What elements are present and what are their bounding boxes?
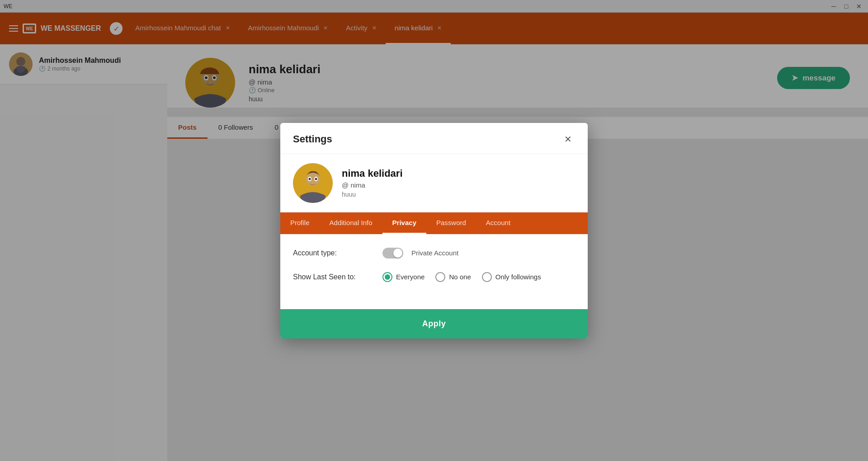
tab-settings-profile-label: Profile [290, 219, 310, 226]
apply-button[interactable]: Apply [280, 309, 588, 339]
modal-user-details: nima kelidari @ nima huuu [342, 168, 403, 198]
account-type-label: Account type: [293, 249, 374, 257]
show-last-seen-row: Show Last Seen to: Everyone No one [293, 272, 575, 282]
radio-options: Everyone No one Only followings [382, 272, 541, 282]
modal-user-section: nima kelidari @ nima huuu [280, 154, 588, 212]
tab-settings-privacy-label: Privacy [392, 219, 416, 226]
account-type-description: Private Account [411, 249, 458, 257]
radio-no-one[interactable]: No one [435, 272, 471, 282]
tab-settings-password-label: Password [436, 219, 466, 226]
radio-only-followings-label: Only followings [495, 273, 541, 281]
radio-everyone[interactable]: Everyone [382, 272, 425, 282]
modal-overlay: Settings ✕ nima kelid [0, 0, 868, 461]
svg-point-15 [309, 178, 311, 180]
toggle-knob [393, 249, 402, 258]
account-type-toggle[interactable] [382, 248, 403, 259]
tab-settings-password[interactable]: Password [426, 212, 476, 234]
tab-settings-profile[interactable]: Profile [280, 212, 320, 234]
tab-settings-privacy[interactable]: Privacy [382, 212, 426, 234]
settings-content: Account type: Private Account Show Last … [280, 234, 588, 309]
modal-title: Settings [293, 133, 332, 145]
radio-no-one-label: No one [449, 273, 471, 281]
tab-settings-account[interactable]: Account [476, 212, 520, 234]
modal-avatar [293, 163, 333, 203]
svg-point-16 [315, 178, 317, 180]
modal-user-bio: huuu [342, 191, 403, 198]
radio-no-one-circle [435, 272, 445, 282]
radio-only-followings[interactable]: Only followings [482, 272, 541, 282]
radio-everyone-label: Everyone [396, 273, 425, 281]
tab-settings-additional-info-label: Additional Info [330, 219, 373, 226]
radio-everyone-inner [385, 274, 390, 280]
modal-user-name: nima kelidari [342, 168, 403, 179]
modal-close-button[interactable]: ✕ [561, 132, 575, 146]
account-type-row: Account type: Private Account [293, 248, 575, 259]
modal-header: Settings ✕ [280, 123, 588, 154]
modal-user-handle: @ nima [342, 181, 403, 189]
settings-modal: Settings ✕ nima kelid [280, 123, 588, 339]
svg-point-12 [306, 172, 320, 185]
show-last-seen-label: Show Last Seen to: [293, 273, 374, 281]
tab-settings-additional-info[interactable]: Additional Info [320, 212, 382, 234]
tab-settings-account-label: Account [486, 219, 510, 226]
settings-tabs: Profile Additional Info Privacy Password… [280, 212, 588, 234]
radio-everyone-circle [382, 272, 392, 282]
radio-only-followings-circle [482, 272, 492, 282]
